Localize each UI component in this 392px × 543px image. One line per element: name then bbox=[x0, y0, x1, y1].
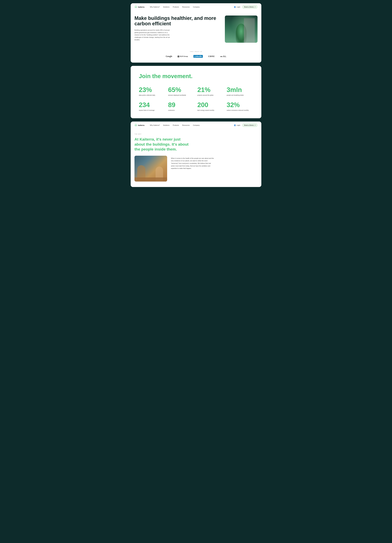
why-body: When it comes to the health of the peopl… bbox=[135, 156, 257, 181]
why-nav-solutions[interactable]: Solutions bbox=[163, 124, 170, 126]
stat-item-5: 89 customers bbox=[168, 102, 195, 111]
trust-label: THEY TRUST US bbox=[135, 51, 257, 52]
why-nav-products[interactable]: Products bbox=[173, 124, 179, 126]
logo[interactable]: kaiterra bbox=[135, 6, 144, 8]
why-section: kaiterra Why Kaiterra? Solutions Product… bbox=[131, 122, 261, 187]
stat-label-6: kwh energy saved monthly bbox=[197, 109, 224, 111]
book-demo-button[interactable]: Book a Demo ↗ bbox=[242, 5, 257, 9]
trust-logos: Google ■ DLR Group LinkedIn CBRE ⊕⊕ JLL bbox=[135, 55, 257, 58]
stat-item-6: 200 kwh energy saved monthly bbox=[197, 102, 224, 111]
nav-links: Why Kaiterra? Solutions Products Resourc… bbox=[150, 6, 230, 8]
stats-title: Join the movement. bbox=[139, 73, 253, 79]
stats-section: Join the movement. 23% data points colle… bbox=[131, 66, 261, 118]
stat-number-4: 234 bbox=[139, 102, 165, 108]
stat-number-6: 200 bbox=[197, 102, 224, 108]
why-logo-icon bbox=[135, 124, 137, 127]
stat-label-1: sensors deployed worldwide bbox=[168, 94, 195, 96]
stat-number-7: 32% bbox=[227, 102, 253, 108]
hero-title: Make buildings healthier, and more carbo… bbox=[135, 16, 221, 26]
why-content: THE WHY At Kaiterra, it's never just abo… bbox=[131, 129, 261, 187]
stat-number-5: 89 bbox=[168, 102, 195, 108]
nav-products[interactable]: Products bbox=[173, 6, 179, 8]
hero-image-building bbox=[244, 18, 255, 43]
stat-item-0: 23% data points collected daily bbox=[139, 87, 165, 96]
why-logo[interactable]: kaiterra bbox=[135, 124, 144, 127]
why-nav-links: Why Kaiterra? Solutions Products Resourc… bbox=[150, 124, 230, 126]
why-login-link[interactable]: 👤 Login bbox=[234, 124, 240, 126]
stat-label-5: customers bbox=[168, 109, 195, 111]
why-navbar: kaiterra Why Kaiterra? Solutions Product… bbox=[131, 122, 261, 129]
nav-right: 👤 Login Book a Demo ↗ bbox=[234, 5, 257, 9]
why-nav-resources[interactable]: Resources bbox=[182, 124, 190, 126]
trust-section: THEY TRUST US Google ■ DLR Group LinkedI… bbox=[131, 48, 261, 62]
nav-solutions[interactable]: Solutions bbox=[163, 6, 170, 8]
stat-number-3: 3mln bbox=[227, 87, 253, 93]
stat-number-1: 65% bbox=[168, 87, 195, 93]
login-link[interactable]: 👤 Login bbox=[234, 6, 240, 8]
stat-item-2: 21% projects around the globe bbox=[197, 87, 224, 96]
logo-icon bbox=[135, 6, 137, 8]
stat-number-0: 23% bbox=[139, 87, 165, 93]
why-arrow-icon: ↗ bbox=[254, 124, 256, 126]
why-nav-why[interactable]: Why Kaiterra? bbox=[150, 124, 160, 126]
hero-text: Make buildings healthier, and more carbo… bbox=[135, 16, 221, 41]
hero-section: kaiterra Why Kaiterra? Solutions Product… bbox=[131, 3, 261, 62]
why-nav-company[interactable]: Company bbox=[193, 124, 200, 126]
hero-image bbox=[225, 16, 257, 43]
why-description: When it comes to the health of the peopl… bbox=[171, 156, 215, 170]
nav-resources[interactable]: Resources bbox=[182, 6, 190, 8]
google-logo: Google bbox=[166, 55, 172, 57]
stat-item-3: 3mln people are breathing better bbox=[227, 87, 253, 96]
stat-item-7: 32% carbon emissions reduced monthly bbox=[227, 102, 253, 111]
login-icon: 👤 bbox=[234, 6, 236, 8]
stat-label-4: square feets of coverage bbox=[139, 109, 165, 111]
why-eyebrow: THE WHY bbox=[135, 133, 257, 135]
why-title: At Kaiterra, it's never just about the b… bbox=[135, 137, 192, 152]
stat-label-3: people are breathing better bbox=[227, 94, 253, 96]
stat-label-0: data points collected daily bbox=[139, 94, 165, 96]
navbar: kaiterra Why Kaiterra? Solutions Product… bbox=[131, 3, 261, 11]
why-login-icon: 👤 bbox=[234, 124, 236, 126]
nav-why[interactable]: Why Kaiterra? bbox=[150, 6, 160, 8]
stats-grid: 23% data points collected daily 65% sens… bbox=[139, 87, 253, 111]
nav-company[interactable]: Company bbox=[193, 6, 200, 8]
stat-label-2: projects around the globe bbox=[197, 94, 224, 96]
stat-number-2: 21% bbox=[197, 87, 224, 93]
why-book-demo-button[interactable]: Book a Demo ↗ bbox=[242, 124, 257, 127]
table-element bbox=[135, 177, 167, 181]
jll-logo: ⊕⊕ JLL bbox=[220, 55, 226, 57]
dlr-logo: ■ DLR Group bbox=[178, 56, 188, 57]
why-image bbox=[135, 156, 167, 181]
arrow-icon: ↗ bbox=[254, 6, 256, 8]
stat-item-1: 65% sensors deployed worldwide bbox=[168, 87, 195, 96]
hero-content: Make buildings healthier, and more carbo… bbox=[131, 11, 261, 48]
linkedin-logo: LinkedIn bbox=[193, 55, 203, 58]
hero-description: Building operations account for nearly 2… bbox=[135, 29, 173, 41]
stat-label-7: carbon emissions reduced monthly bbox=[227, 109, 253, 111]
why-nav-right: 👤 Login Book a Demo ↗ bbox=[234, 124, 257, 127]
cbre-logo: CBRE bbox=[208, 55, 215, 57]
stat-item-4: 234 square feets of coverage bbox=[139, 102, 165, 111]
